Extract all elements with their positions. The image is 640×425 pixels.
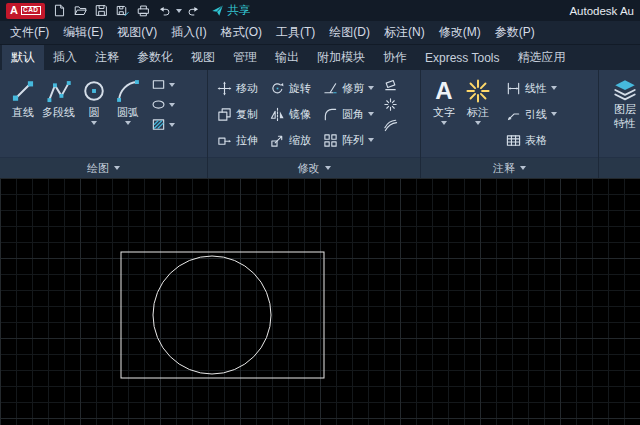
polyline-icon — [46, 78, 72, 104]
circle-button[interactable]: 圆 — [77, 75, 111, 125]
undo-button[interactable] — [155, 2, 174, 19]
draw-panel-title: 绘图 — [87, 161, 109, 176]
tab-home[interactable]: 默认 — [2, 45, 44, 70]
rectangle-button[interactable] — [151, 77, 175, 92]
tab-view[interactable]: 视图 — [182, 45, 224, 70]
drawn-circle[interactable] — [153, 256, 271, 374]
drawing-svg[interactable] — [0, 178, 640, 425]
dimension-label: 标注 — [467, 106, 489, 119]
tab-insert[interactable]: 插入 — [44, 45, 86, 70]
annotate-panel-footer[interactable]: 注释 — [421, 157, 598, 178]
explode-icon — [383, 97, 398, 112]
modify-panel-footer[interactable]: 修改 — [208, 157, 420, 178]
linear-dropdown-icon[interactable] — [551, 86, 557, 90]
stretch-label: 拉伸 — [236, 133, 258, 148]
menu-dimension[interactable]: 标注(N) — [377, 20, 432, 45]
table-button[interactable]: 表格 — [503, 127, 560, 153]
copy-label: 复制 — [236, 107, 258, 122]
leader-button[interactable]: 引线 — [503, 101, 560, 127]
tab-featured-apps[interactable]: 精选应用 — [508, 45, 574, 70]
menu-view[interactable]: 视图(V) — [110, 20, 164, 45]
leader-icon — [506, 107, 521, 122]
text-dropdown-icon[interactable] — [441, 121, 447, 125]
array-button[interactable]: 阵列 — [320, 131, 377, 150]
fillet-icon — [323, 107, 338, 122]
redo-button[interactable] — [184, 2, 203, 19]
hatch-button[interactable] — [151, 117, 175, 132]
erase-button[interactable] — [383, 77, 398, 92]
scale-button[interactable]: 缩放 — [267, 131, 314, 150]
menu-tools[interactable]: 工具(T) — [269, 20, 322, 45]
tab-manage[interactable]: 管理 — [224, 45, 266, 70]
autocad-logo[interactable]: A CAD — [6, 3, 45, 19]
dimension-button[interactable]: 标注 — [461, 75, 495, 125]
move-button[interactable]: 移动 — [214, 79, 261, 98]
fillet-button[interactable]: 圆角 — [320, 105, 377, 124]
offset-button[interactable] — [383, 117, 398, 132]
menu-edit[interactable]: 编辑(E) — [56, 20, 110, 45]
ellipse-dropdown-icon[interactable] — [169, 103, 175, 107]
array-dropdown-icon[interactable] — [368, 138, 374, 142]
text-label: 文字 — [433, 106, 455, 119]
arc-button[interactable]: 圆弧 — [111, 75, 145, 125]
tab-output[interactable]: 输出 — [266, 45, 308, 70]
linear-dimension-button[interactable]: 线性 — [503, 75, 560, 101]
ellipse-icon — [151, 97, 166, 112]
polyline-label: 多段线 — [42, 106, 75, 119]
linear-dimension-icon — [506, 81, 521, 96]
trim-button[interactable]: 修剪 — [320, 79, 377, 98]
save-as-icon — [116, 4, 129, 17]
stretch-button[interactable]: 拉伸 — [214, 131, 261, 150]
menu-insert[interactable]: 插入(I) — [164, 20, 213, 45]
tab-addins[interactable]: 附加模块 — [308, 45, 374, 70]
trim-dropdown-icon[interactable] — [368, 86, 374, 90]
layer-properties-button[interactable]: 图层 特性 — [605, 75, 640, 130]
modify-extra-tools — [383, 75, 398, 132]
mirror-button[interactable]: 镜像 — [267, 105, 314, 124]
mirror-label: 镜像 — [289, 107, 311, 122]
tab-annotate[interactable]: 注释 — [86, 45, 128, 70]
new-file-button[interactable] — [50, 2, 69, 19]
undo-dropdown-icon[interactable] — [176, 9, 182, 13]
modify-grid: 移动 旋转 修剪 复制 — [214, 75, 377, 153]
modify-panel: 移动 旋转 修剪 复制 — [207, 70, 420, 178]
share-button[interactable]: 共享 — [211, 3, 251, 18]
layers-panel-footer — [599, 157, 640, 178]
draw-panel-footer[interactable]: 绘图 — [0, 157, 207, 178]
line-button[interactable]: 直线 — [6, 75, 40, 119]
tab-express-tools[interactable]: Express Tools — [416, 45, 508, 70]
undo-icon — [158, 4, 171, 17]
mirror-icon — [270, 107, 285, 122]
rotate-button[interactable]: 旋转 — [267, 79, 314, 98]
fillet-dropdown-icon[interactable] — [368, 112, 374, 116]
line-label: 直线 — [12, 106, 34, 119]
dimension-dropdown-icon[interactable] — [475, 121, 481, 125]
arc-dropdown-icon[interactable] — [125, 121, 131, 125]
line-icon — [10, 78, 36, 104]
explode-button[interactable] — [383, 97, 398, 112]
menu-format[interactable]: 格式(O) — [214, 20, 269, 45]
save-as-button[interactable] — [113, 2, 132, 19]
copy-button[interactable]: 复制 — [214, 105, 261, 124]
ellipse-button[interactable] — [151, 97, 175, 112]
open-file-button[interactable] — [71, 2, 90, 19]
drawing-canvas[interactable] — [0, 178, 640, 425]
arc-label: 圆弧 — [117, 106, 139, 119]
plot-button[interactable] — [134, 2, 153, 19]
circle-dropdown-icon[interactable] — [91, 121, 97, 125]
rectangle-dropdown-icon[interactable] — [169, 83, 175, 87]
move-icon — [217, 81, 232, 96]
tab-parametric[interactable]: 参数化 — [128, 45, 182, 70]
menu-parametric[interactable]: 参数(P) — [488, 20, 542, 45]
menu-modify[interactable]: 修改(M) — [432, 20, 488, 45]
menu-draw[interactable]: 绘图(D) — [322, 20, 377, 45]
text-button[interactable]: A 文字 — [427, 75, 461, 125]
drawn-rectangle[interactable] — [121, 252, 324, 378]
rectangle-icon — [151, 77, 166, 92]
menu-file[interactable]: 文件(F) — [3, 20, 56, 45]
hatch-dropdown-icon[interactable] — [169, 123, 175, 127]
tab-collaborate[interactable]: 协作 — [374, 45, 416, 70]
save-button[interactable] — [92, 2, 111, 19]
leader-dropdown-icon[interactable] — [551, 112, 557, 116]
polyline-button[interactable]: 多段线 — [40, 75, 77, 119]
